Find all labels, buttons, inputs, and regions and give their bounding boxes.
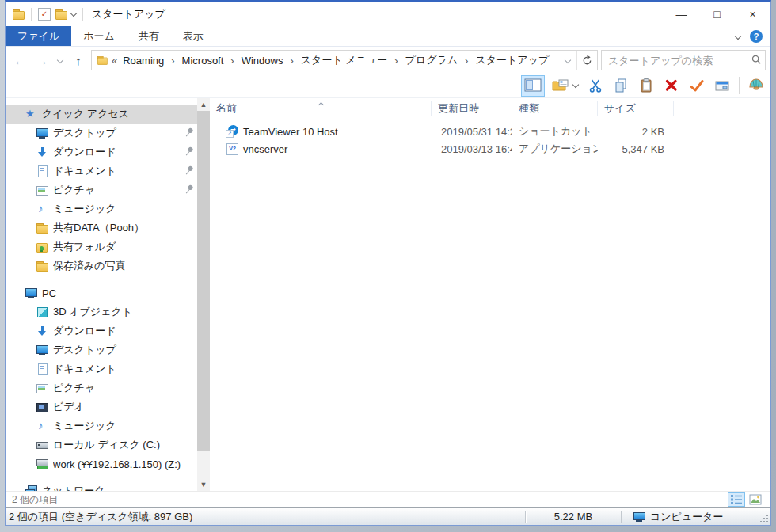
sidebar-item-3d-objects[interactable]: 3D オブジェクト — [6, 302, 197, 321]
breadcrumb-item[interactable]: プログラム — [403, 53, 461, 67]
qat-dropdown-icon[interactable] — [70, 10, 77, 16]
qat-folder-icon[interactable] — [55, 8, 67, 21]
qat-check-icon[interactable] — [38, 8, 51, 21]
sidebar-item-shared-data[interactable]: 共有DATA（Pooh） — [6, 218, 197, 238]
copy-icon — [613, 78, 629, 93]
sidebar-item-desktop-pc[interactable]: デスクトップ — [6, 340, 197, 359]
breadcrumb-overflow[interactable]: « — [108, 55, 120, 66]
sidebar-item-label: デスクトップ — [53, 126, 178, 140]
tab-view[interactable]: 表示 — [171, 26, 215, 46]
sidebar-item-shared-folder[interactable]: 共有フォルダ — [6, 238, 197, 256]
sidebar-item-desktop[interactable]: デスクトップ — [6, 124, 197, 142]
tab-file[interactable]: ファイル — [6, 26, 71, 46]
status-total-size: 5.22 MB — [526, 511, 621, 522]
refresh-icon[interactable] — [576, 51, 597, 70]
preview-pane-button[interactable] — [521, 75, 545, 97]
teamviewer-shortcut-icon — [226, 125, 238, 138]
folder-options-button[interactable] — [548, 75, 581, 97]
column-header-date[interactable]: 更新日時 — [432, 101, 512, 116]
hard-disk-icon — [36, 439, 48, 451]
separator — [739, 77, 740, 94]
breadcrumb-item[interactable]: Roaming — [120, 55, 166, 66]
help-icon[interactable]: ? — [750, 30, 763, 43]
sidebar-item-videos[interactable]: ビデオ — [6, 397, 197, 416]
breadcrumb-separator: › — [460, 55, 473, 66]
address-dropdown-icon[interactable] — [559, 51, 576, 70]
sidebar-item-documents-pc[interactable]: ドキュメント — [6, 359, 197, 378]
sidebar-item-pictures[interactable]: ピクチャ — [6, 180, 197, 200]
sidebar-item-network[interactable]: ネットワーク — [6, 481, 197, 491]
close-button[interactable]: × — [735, 2, 770, 26]
tab-share[interactable]: 共有 — [127, 26, 171, 46]
title-bar[interactable]: スタートアップ — □ × — [6, 2, 770, 26]
cut-icon — [588, 78, 603, 93]
cut-button[interactable] — [584, 75, 607, 97]
minimize-button[interactable]: — — [664, 2, 699, 26]
up-button[interactable]: ↑ — [69, 51, 88, 70]
pin-icon[interactable] — [181, 144, 196, 160]
chevron-down-icon — [572, 82, 579, 88]
pin-icon[interactable] — [181, 163, 196, 179]
shared-folder-icon — [36, 241, 48, 253]
check-icon — [688, 78, 706, 93]
delete-icon — [664, 78, 679, 93]
sidebar-item-music-pc[interactable]: ミュージック — [6, 416, 197, 435]
scroll-up-icon[interactable]: ▲ — [197, 98, 210, 111]
search-box[interactable] — [601, 50, 766, 70]
sidebar-scrollbar[interactable]: ▲ ▼ — [197, 98, 210, 491]
breadcrumb-item[interactable]: Windows — [239, 55, 286, 66]
confirm-button[interactable] — [686, 75, 708, 97]
pin-icon[interactable] — [181, 125, 196, 141]
column-header-type[interactable]: 種類 — [512, 101, 598, 116]
column-header-name[interactable]: 名前 — [210, 101, 432, 116]
properties-window-button[interactable] — [711, 75, 733, 97]
sidebar-item-label: work (¥¥192.168.1.150) (Z:) — [53, 458, 194, 470]
ribbon-collapse-icon[interactable] — [735, 32, 741, 39]
window-icon — [714, 78, 730, 93]
sidebar-item-local-disk-c[interactable]: ローカル ディスク (C:) — [6, 435, 197, 454]
address-bar[interactable]: « Roaming › Microsoft › Windows › スタート メ… — [91, 50, 598, 70]
thumbnail-view-button[interactable] — [747, 492, 764, 507]
breadcrumb-item[interactable]: スタートアップ — [473, 53, 551, 67]
separator — [31, 8, 32, 21]
file-date: 2019/03/13 16:46 — [432, 143, 512, 155]
scrollbar-thumb[interactable] — [197, 111, 210, 451]
breadcrumb-item[interactable]: スタート メニュー — [299, 53, 390, 67]
pin-icon[interactable] — [181, 182, 196, 198]
sidebar-item-pictures-pc[interactable]: ピクチャ — [6, 378, 197, 397]
back-button[interactable]: ← — [10, 51, 29, 70]
maximize-button[interactable]: □ — [699, 2, 735, 26]
column-header-size[interactable]: サイズ — [598, 101, 674, 116]
resize-grip[interactable] — [759, 514, 769, 523]
explorer-status-bar: 2 個の項目 — [6, 491, 770, 507]
file-row-vncserver[interactable]: vncserver 2019/03/13 16:46 アプリケーション 5,34… — [210, 140, 770, 158]
recent-locations-icon[interactable] — [55, 58, 66, 63]
details-view-button[interactable] — [728, 492, 745, 507]
pictures-icon — [36, 184, 48, 196]
sidebar-item-quick-access[interactable]: クイック アクセス — [6, 104, 197, 124]
music-icon — [36, 203, 48, 215]
sidebar-item-downloads[interactable]: ダウンロード — [6, 142, 197, 162]
tab-home[interactable]: ホーム — [71, 26, 127, 46]
delete-button[interactable] — [660, 75, 683, 97]
scroll-down-icon[interactable]: ▼ — [197, 478, 210, 491]
breadcrumb-item[interactable]: Microsoft — [180, 55, 226, 66]
sidebar-item-network-drive-z[interactable]: work (¥¥192.168.1.150) (Z:) — [6, 454, 197, 473]
paste-button[interactable] — [635, 75, 657, 97]
sidebar-item-documents[interactable]: ドキュメント — [6, 162, 197, 180]
network-icon — [25, 484, 37, 491]
classic-shell-button[interactable] — [745, 75, 767, 97]
sidebar-item-music[interactable]: ミュージック — [6, 200, 197, 218]
sidebar-item-pc[interactable]: PC — [6, 283, 197, 302]
search-icon[interactable] — [751, 54, 762, 67]
file-row-teamviewer[interactable]: TeamViewer 10 Host 2019/05/31 14:28 ショート… — [210, 123, 770, 140]
quick-access-toolbar — [6, 8, 86, 21]
sidebar-item-downloads-pc[interactable]: ダウンロード — [6, 321, 197, 340]
forward-button[interactable]: → — [32, 51, 51, 70]
navigation-pane: クイック アクセス デスクトップ ダウンロード ドキュメント ピクチャ — [6, 98, 197, 491]
sidebar-item-label: デスクトップ — [53, 343, 194, 357]
copy-button[interactable] — [610, 75, 632, 97]
sidebar-item-label: ピクチャ — [53, 183, 178, 197]
search-input[interactable] — [608, 55, 751, 66]
sidebar-item-saved-pictures[interactable]: 保存済みの写真 — [6, 256, 197, 276]
